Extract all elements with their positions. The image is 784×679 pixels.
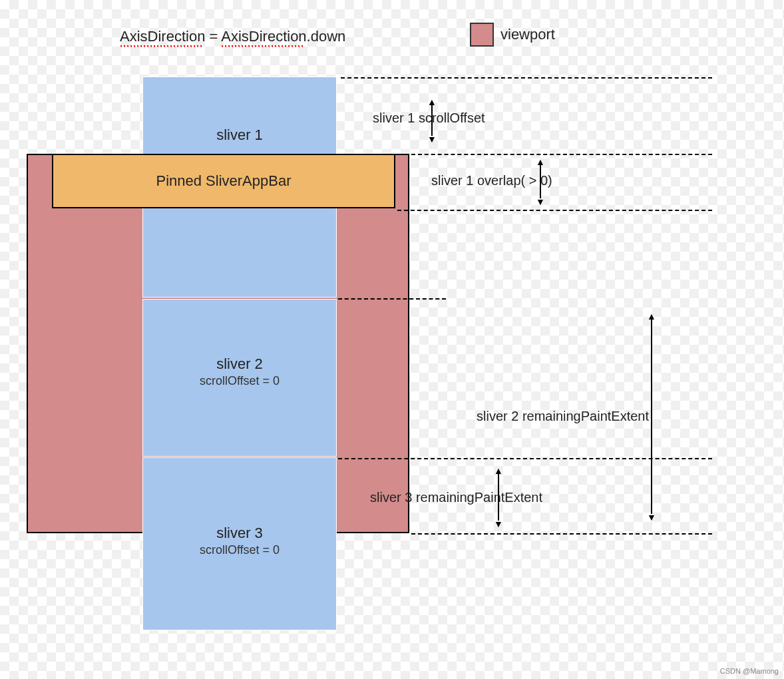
appbar-label: Pinned SliverAppBar (156, 172, 291, 190)
arrow-down-icon (494, 521, 503, 527)
arrow-down-icon (647, 514, 656, 521)
sliver-1-label: sliver 1 (143, 126, 336, 144)
guide-sliver1-top (341, 77, 712, 79)
arrow-up-icon (647, 313, 656, 320)
guide-sliver1-bottom (338, 298, 446, 300)
sliver-3-label: sliver 3 (143, 525, 336, 542)
arrow-up-icon (536, 158, 545, 165)
watermark: CSDN @Mamong (720, 667, 779, 675)
arrow-down-icon (427, 136, 437, 142)
annotation-rpe2: sliver 2 remainingPaintExtent (477, 409, 649, 424)
axis-direction-text: AxisDirection = AxisDirection.down (120, 28, 345, 45)
annotation-rpe3: sliver 3 remainingPaintExtent (370, 490, 503, 505)
annotation-overlap: sliver 1 overlap( > 0) (431, 173, 538, 188)
spellcheck-underline-1 (120, 45, 204, 48)
guide-viewport-top (411, 154, 712, 155)
legend-label-viewport: viewport (500, 26, 555, 43)
sliver-2-label: sliver 2 (143, 355, 336, 373)
arrow-down-icon (536, 198, 545, 205)
diagram-canvas: AxisDirection = AxisDirection.down viewp… (0, 0, 784, 679)
arrow-up-icon (494, 467, 503, 474)
sliver-3-sublabel: scrollOffset = 0 (143, 543, 336, 557)
pinned-sliver-appbar: Pinned SliverAppBar (52, 154, 395, 208)
spellcheck-underline-2 (221, 45, 305, 48)
legend-swatch-viewport (470, 23, 494, 47)
annotation-scrolloffset: sliver 1 scrollOffset (373, 111, 485, 126)
sliver-2-sublabel: scrollOffset = 0 (143, 374, 336, 388)
legend: viewport (470, 23, 555, 47)
guide-appbar-bottom (397, 210, 712, 211)
arrow-up-icon (427, 99, 437, 105)
guide-viewport-bottom (411, 533, 712, 535)
